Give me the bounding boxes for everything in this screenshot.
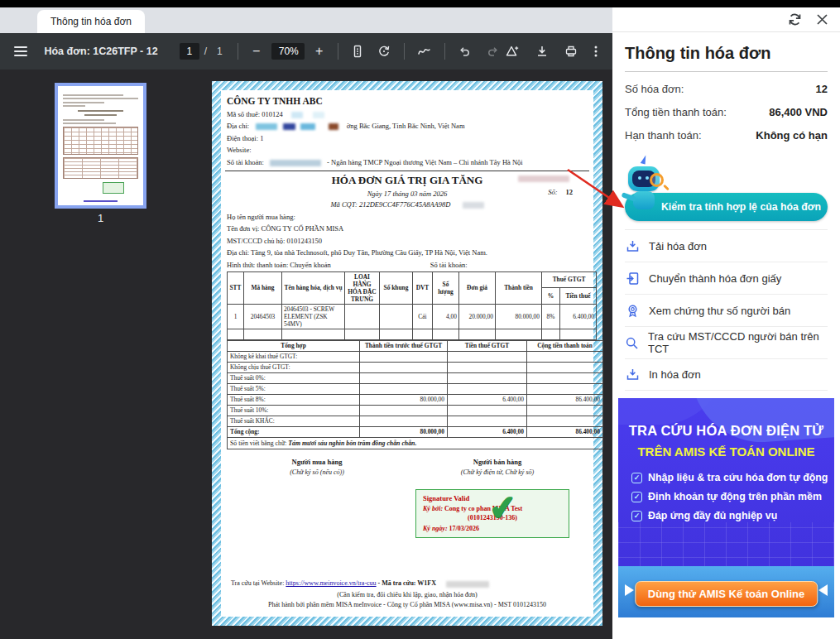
buyer-address-line: Địa chỉ: Tầng 9, tòa nhà Technosoft, phố… [227,248,588,257]
seller-phone-line: Điện thoại: 1 [227,134,588,142]
ad-cta-button[interactable]: Dùng thử AMIS Kế toán Online [635,581,818,607]
convert-paper-icon [625,271,640,286]
summary-row: Thuế suất 5%: [228,383,603,394]
field-invoice-number: Số hóa đơn: 12 [625,83,828,95]
carousel-next-icon[interactable] [818,584,828,596]
invoice-viewer-window: Thông tin hóa đơn Hóa đơn: 1C26TFP - 12 … [0,0,840,639]
summary-row: Thuế suất 10%: [228,405,603,416]
action-view-seller-certificate[interactable]: Xem chứng thư số người bán [625,294,828,326]
panel-top-bar [612,7,840,32]
bolt-icon [641,154,647,164]
payment-method-line: Hình thức thanh toán: Chuyển khoản Số tà… [227,261,588,269]
invoice-summary-table: Tổng hợp Thành tiền trước thuế GTGT Tiền… [227,340,603,449]
buyer-tax-line: MST/CCCD chủ hộ: 0101243150 [227,237,588,245]
seller-company-name: CÔNG TY TNHH ABC [227,96,588,106]
certificate-icon [625,304,640,318]
ad-bullet: ✓Nhập liệu & tra cứu hóa đơn tự động [631,472,834,483]
fit-page-icon[interactable] [348,41,368,62]
invoice-check-note: (Cần kiểm tra, đối chiếu khi lập, giao, … [231,591,583,598]
seller-address-line: Địa chỉ: ờng Bắc Giang, Tỉnh Bắc Ninh, V… [227,122,588,130]
redo-icon[interactable] [482,41,502,62]
buyer-sign-title: Người mua hàng [227,458,407,466]
pdf-canvas-area: 1 CÔNG TY TNHH ABC Mã số thuế: 010124 Đị… [0,70,612,639]
more-options-icon[interactable] [586,41,606,62]
action-convert-paper-invoice[interactable]: Chuyển thành hóa đơn giấy [625,262,828,294]
ad-bullet: ✓Định khoản tự động trên phần mềm [631,491,834,502]
thumbnail-signature-box [103,182,124,194]
download-icon[interactable] [532,41,552,62]
close-icon[interactable] [816,13,828,26]
summary-row: Thuế suất KHÁC: [228,416,603,426]
summary-row: Không kê khai thuế GTGT: [228,351,603,362]
zoom-out-button[interactable]: − [248,44,265,59]
refresh-icon[interactable] [787,12,803,26]
thumbnail-items-table [63,127,138,155]
invoice-date-line: Ngày 17 tháng 03 năm 2026 [227,190,588,198]
magnifier-icon [650,173,664,187]
invoice-publisher: Phát hành bởi phần mềm MISA meInvoice - … [231,601,583,608]
panel-title: Thông tin hóa đơn [625,39,828,71]
action-print-invoice[interactable]: In hóa đơn [625,358,828,391]
buyer-sign-note: (Chữ ký số (nếu có)) [227,468,407,476]
invoice-cqt-line: Mã CQT: 212DE9CC4F776C45A8AA98D [227,200,588,209]
invoice-page: CÔNG TY TNHH ABC Mã số thuế: 010124 Địa … [212,81,602,626]
thumbnail-summary-table [63,157,138,179]
summary-row: Thuế suất 0%: [228,372,603,383]
check-icon: ✓ [631,473,642,483]
print-icon[interactable] [561,41,581,62]
seller-sign-note: (Chữ ký điện tử, Chữ ký số) [407,468,588,476]
amount-in-words-row: Số tiền viết bằng chữ: Tám mươi sáu nghì… [228,437,603,449]
item-row: 1 20464503 20464503 - SCREW ELEMENT (ZSK… [228,304,597,329]
page-thumbnail[interactable] [58,86,143,205]
lookup-url-link[interactable]: https://www.meinvoice.vn/tra-cuu [286,579,376,587]
seller-website-line: Website: [227,146,588,154]
undo-icon[interactable] [455,41,475,62]
signature-titles: Người mua hàng (Chữ ký số (nếu có)) Ngườ… [227,458,588,476]
invoice-info-panel: Thông tin hóa đơn Số hóa đơn: 12 Tổng ti… [612,7,840,639]
buyer-section: Họ tên người mua hàng: Tên đơn vị: CÔNG … [227,213,588,269]
add-stamp-icon[interactable] [502,41,522,62]
summary-row: Thuế suất 8%:80.000,006.400,0086.400,00 [228,394,603,405]
ink-annotate-icon[interactable] [415,41,434,62]
window-top-strip [0,0,840,7]
action-lookup-seller-tax-id[interactable]: Tra cứu MST/CCCD người bán trên TCT [625,326,828,358]
check-icon: ✓ [631,492,642,502]
tab-invoice-info[interactable]: Thông tin hóa đơn [37,10,145,33]
seller-account-line: Số tài khoản: - Ngân hàng TMCP Ngoại thư… [227,158,588,166]
invoice-items-table: STT Mã hàng Tên hàng hóa, dịch vụ LOẠI H… [227,271,597,340]
search-icon [625,336,639,350]
pdf-toolbar: Hóa đơn: 1C26TFP - 12 1 / 1 − 70% + [0,33,612,70]
seller-sign-title: Người bán hàng [407,458,588,466]
page-number-input[interactable]: 1 [180,43,199,60]
rotate-icon[interactable] [374,41,394,62]
signature-check-icon: ✔ [487,487,519,528]
zoom-in-button[interactable]: + [311,44,328,59]
document-title: Hóa đơn: 1C26TFP - 12 [44,46,157,57]
field-payment-due: Hạn thanh toán: Không có hạn [625,129,828,142]
page-total: 1 [217,46,223,57]
download-invoice-icon [625,239,640,253]
buyer-name-line: Họ tên người mua hàng: [227,213,588,221]
menu-icon[interactable] [14,44,27,59]
buyer-unit-line: Tên đơn vị: CÔNG TY CỔ PHẦN MISA [227,224,588,233]
summary-row: Không chịu thuế GTGT: [228,362,603,372]
seller-tax-line: Mã số thuế: 010124 [227,110,588,118]
action-download-invoice[interactable]: Tải hóa đơn [625,229,828,262]
carousel-prev-icon[interactable] [625,584,634,596]
thumbnail-page-number: 1 [58,212,143,224]
ad-title: TRA CỨU HÓA ĐƠN ĐIỆN TỬ [618,423,834,439]
ad-subtitle: TRÊN AMIS KẾ TOÁN ONLINE [618,444,834,459]
zoom-level-input[interactable]: 70% [271,43,305,60]
digital-signature-box: Signature Valid Ký bởi: Cong ty co phan … [415,489,569,538]
amis-ad-banner[interactable]: TRA CỨU HÓA ĐƠN ĐIỆN TỬ TRÊN AMIS KẾ TOÁ… [618,398,834,617]
invoice-number: Số:12 [548,188,573,196]
field-total-amount: Tổng tiền thanh toán: 86,400 VND [625,106,828,118]
item-row-empty [228,329,597,339]
tab-label: Thông tin hóa đơn [50,16,132,27]
pdf-viewer-pane: Thông tin hóa đơn Hóa đơn: 1C26TFP - 12 … [0,7,612,639]
page-separator: / [204,46,207,57]
check-icon: ✓ [631,511,642,521]
robot-mascot [620,155,671,224]
ad-bullet: ✓Đáp ứng đầy đủ nghiệp vụ [631,510,834,521]
tab-bar: Thông tin hóa đơn [0,7,612,33]
